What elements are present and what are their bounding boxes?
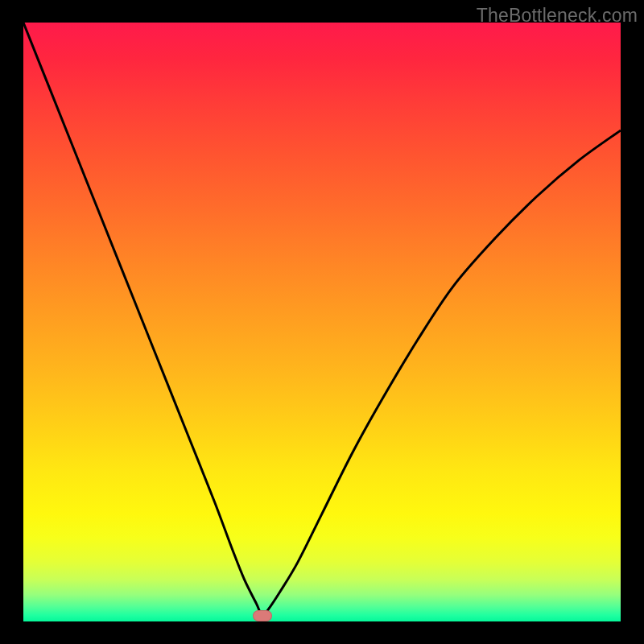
bottleneck-curve: [23, 23, 621, 621]
watermark-text: TheBottleneck.com: [477, 5, 638, 27]
chart-frame: TheBottleneck.com: [0, 0, 644, 644]
curve-line: [23, 23, 621, 616]
optimal-marker: [253, 610, 272, 621]
plot-area: [23, 23, 621, 621]
